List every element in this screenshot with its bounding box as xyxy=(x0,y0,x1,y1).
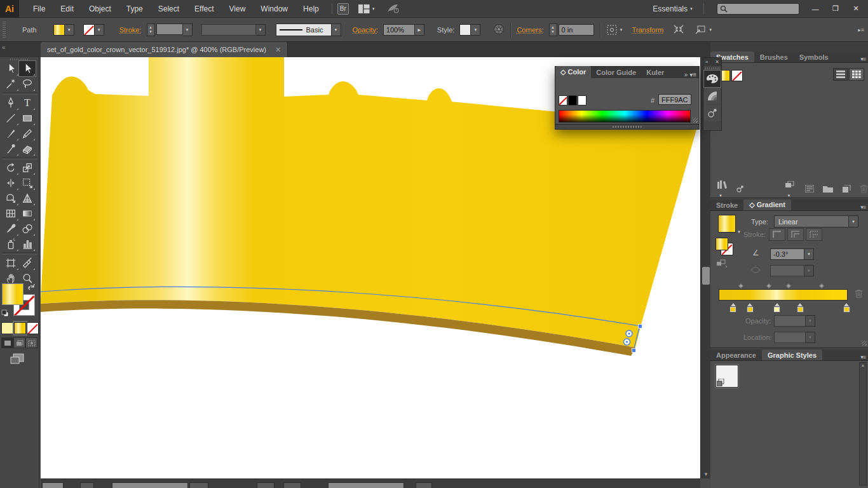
fill-swatch[interactable] xyxy=(53,24,65,36)
opacity-control[interactable]: 100% ▶ xyxy=(383,24,424,36)
fill-color-control[interactable]: ▼ xyxy=(53,24,74,36)
swatch-options-button[interactable] xyxy=(805,185,814,194)
rectangle-tool[interactable] xyxy=(19,111,36,126)
gradient-angle-control[interactable]: -0.3° ▼ xyxy=(770,248,814,260)
stroke-color-control[interactable]: ▼ xyxy=(83,24,104,36)
reverse-gradient-button[interactable] xyxy=(717,259,727,269)
menu-help[interactable]: Help xyxy=(295,0,327,18)
recolor-artwork-button[interactable] xyxy=(493,24,505,36)
line-segment-tool[interactable] xyxy=(3,111,19,126)
stroke-swatch-none[interactable] xyxy=(83,24,95,36)
stroke-weight-stepper[interactable]: ▲▼ xyxy=(147,24,155,36)
tab-stroke[interactable]: Stroke xyxy=(710,200,743,210)
panel-grip[interactable] xyxy=(3,22,6,38)
swatch-libraries-button[interactable]: ▼ xyxy=(717,180,729,198)
stroke-within-button[interactable] xyxy=(769,228,785,241)
draw-behind-button[interactable] xyxy=(13,337,25,348)
workspace-switcher[interactable]: Essentials ▼ xyxy=(648,4,698,13)
corners-stepper[interactable]: ▲▼ xyxy=(549,24,557,36)
default-fill-stroke-icon[interactable] xyxy=(1,309,9,317)
menu-edit[interactable]: Edit xyxy=(53,0,81,18)
show-swatch-kinds-button[interactable]: ▼ xyxy=(785,181,798,198)
magic-wand-tool[interactable] xyxy=(3,76,19,92)
resize-grip[interactable] xyxy=(693,118,698,123)
gradient-fill-button[interactable] xyxy=(14,322,26,334)
gradient-fill-proxy[interactable] xyxy=(715,238,728,250)
tab-color[interactable]: ◇ Color xyxy=(555,66,591,78)
new-swatch-button[interactable] xyxy=(842,185,851,194)
gradient-type-value[interactable]: Linear xyxy=(774,215,849,227)
rotate-tool[interactable] xyxy=(3,160,19,175)
menu-file[interactable]: File xyxy=(25,0,53,18)
close-dock-icon[interactable]: ✕ xyxy=(715,59,719,65)
minimize-button[interactable]: — xyxy=(807,3,824,15)
menu-effect[interactable]: Effect xyxy=(187,0,221,18)
tab-appearance[interactable]: Appearance xyxy=(710,349,762,360)
width-profile-dropdown[interactable]: ▼ xyxy=(201,24,266,36)
tab-symbols[interactable]: Symbols xyxy=(794,51,834,62)
gradient-preview-swatch[interactable] xyxy=(718,215,736,233)
draw-inside-button[interactable] xyxy=(25,337,37,348)
white-swatch[interactable] xyxy=(578,95,587,105)
chevron-right-icon[interactable]: ▶ xyxy=(415,24,424,36)
close-tab-icon[interactable]: ✕ xyxy=(275,46,281,54)
color-panel-icon[interactable] xyxy=(704,71,721,87)
artboard-tool[interactable] xyxy=(3,255,19,271)
stop-opacity-control[interactable]: ▼ xyxy=(774,315,815,327)
status-control[interactable] xyxy=(80,482,94,488)
stop-location-control[interactable]: ▼ xyxy=(774,332,815,343)
menu-view[interactable]: View xyxy=(222,0,254,18)
gradient-slider-bar[interactable] xyxy=(719,289,848,301)
stroke-along-button[interactable] xyxy=(787,228,804,241)
gradient-stop[interactable] xyxy=(773,301,781,313)
free-transform-tool[interactable] xyxy=(19,175,36,191)
control-panel-menu-button[interactable]: ▸≡ xyxy=(858,27,864,33)
eyedropper-tool[interactable] xyxy=(3,221,19,236)
hex-value-field[interactable]: FFF9AC xyxy=(658,94,691,105)
gradient-stop[interactable] xyxy=(729,301,737,313)
gradient-stop[interactable] xyxy=(843,301,851,313)
new-color-group-button[interactable] xyxy=(823,185,833,194)
width-tool[interactable] xyxy=(3,175,19,191)
color-guide-panel-icon[interactable] xyxy=(704,88,721,104)
mesh-tool[interactable] xyxy=(3,206,19,221)
stroke-across-button[interactable] xyxy=(806,228,822,241)
menu-type[interactable]: Type xyxy=(119,0,151,18)
collapse-left-dock-button[interactable]: « xyxy=(2,44,6,51)
gradient-midpoint[interactable] xyxy=(785,283,790,288)
style-dropdown[interactable]: ▼ xyxy=(459,24,480,36)
corner-widget[interactable] xyxy=(626,330,632,337)
gradient-stop[interactable] xyxy=(796,301,804,313)
type-tool[interactable]: T xyxy=(19,95,36,111)
graphic-style-default[interactable] xyxy=(715,365,738,388)
chevron-down-icon[interactable]: ▼ xyxy=(65,24,74,36)
gradient-angle-value[interactable]: -0.3° xyxy=(770,248,804,260)
anchor-point[interactable] xyxy=(639,325,642,329)
blend-tool[interactable] xyxy=(19,221,36,236)
fill-proxy[interactable] xyxy=(2,283,24,305)
corners-value[interactable]: 0 in xyxy=(559,24,594,36)
expand-panels-icon[interactable]: » xyxy=(705,59,708,65)
slice-tool[interactable] xyxy=(19,255,36,271)
zoom-field[interactable] xyxy=(112,482,188,488)
menu-object[interactable]: Object xyxy=(81,0,119,18)
scrollbar-thumb[interactable] xyxy=(702,267,710,285)
none-fill-button[interactable] xyxy=(27,322,39,334)
blob-brush-tool[interactable] xyxy=(3,141,19,156)
panel-menu-button[interactable]: ▾≡ xyxy=(860,204,868,210)
panel-grip[interactable] xyxy=(705,67,719,69)
chevron-down-icon[interactable]: ▼ xyxy=(737,230,741,234)
bridge-button[interactable]: Br xyxy=(337,3,349,15)
brush-definition-dropdown[interactable]: Basic ▼ xyxy=(276,24,341,36)
panel-grip[interactable] xyxy=(10,58,29,60)
artboard-nav-field[interactable] xyxy=(328,482,404,488)
arrange-documents-button[interactable]: ▼ xyxy=(356,3,377,15)
symbol-sprayer-tool[interactable] xyxy=(3,236,19,252)
eraser-tool[interactable] xyxy=(19,141,36,156)
swatch-none[interactable] xyxy=(731,70,743,81)
tab-kuler[interactable]: Kuler xyxy=(641,66,669,78)
stroke-link[interactable]: Stroke: xyxy=(119,26,142,34)
panel-menu-button[interactable]: ▾≡ xyxy=(860,56,868,62)
gradient-type-dropdown[interactable]: Linear ▼ xyxy=(774,215,858,227)
stroke-weight-dropdown[interactable]: ▼ xyxy=(156,24,193,36)
